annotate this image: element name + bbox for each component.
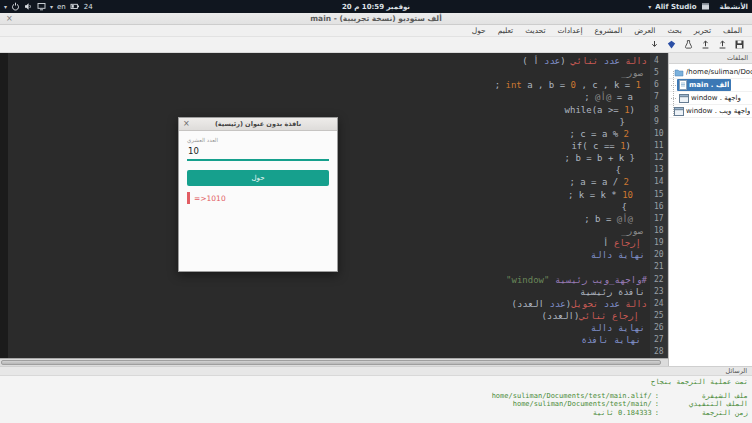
message-label: الملف التنفيذي [662, 400, 748, 408]
tree-item-label: window . واجهة [691, 94, 741, 102]
code-line-23: نافذة رئيسية [8, 286, 650, 298]
line-number-gutter: 4567891011121314151617181920212223242526… [650, 53, 668, 358]
compile-status-text: تمت عملية الترجمة بنجاح [4, 378, 748, 386]
system-tray: ▾ ▾ en 24 [4, 2, 93, 11]
top-panel: ▾ ▾ en 24 20 نوفمبر 10:59 م ▾ Alif Studi… [0, 0, 752, 13]
messages-panel-header: الرسائل [0, 366, 752, 376]
app-menu-button[interactable]: Alif Studio [655, 3, 696, 11]
message-value: /home/suliman/Documents/test/main.alif [4, 392, 652, 400]
line-number: 7 [650, 91, 667, 103]
window-icon [679, 94, 689, 103]
line-number: 25 [650, 310, 667, 322]
message-colon: : [652, 392, 662, 400]
battery-percentage: 24 [84, 3, 93, 11]
line-number: 15 [650, 189, 667, 201]
app-window-icon [701, 2, 710, 11]
line-number: 6 [650, 79, 667, 91]
line-number: 5 [650, 67, 667, 79]
arrow-down-icon[interactable] [648, 38, 661, 51]
menu-item-2[interactable]: بحث [661, 25, 687, 37]
file-tree: /home/suliman/Docmain . ألفwindow . واجه… [669, 64, 752, 366]
message-row-1: الملف التنفيذي:/home/suliman/Documents/t… [4, 400, 748, 408]
build-icon[interactable] [682, 38, 695, 51]
binary-output-text: =>1010 [194, 194, 226, 203]
line-number: 10 [650, 128, 667, 140]
decimal-number-input[interactable] [187, 146, 329, 161]
import-icon[interactable] [716, 38, 729, 51]
tree-item-1[interactable]: main . ألف [669, 79, 752, 92]
menubar: الملفتحريربحثالعرضالمشروعإعداداتتحديثتعل… [0, 25, 752, 37]
dialog-body: العدد العشري حول =>1010 [179, 131, 337, 210]
horizontal-scrollbar[interactable] [0, 358, 668, 366]
line-number: 27 [650, 334, 667, 346]
folder-icon [674, 68, 684, 77]
vertical-scrollbar[interactable] [0, 53, 8, 358]
menu-item-5[interactable]: إعدادات [552, 25, 589, 37]
line-number: 11 [650, 140, 667, 152]
display-icon[interactable] [37, 2, 46, 11]
chevron-down-icon: ▾ [648, 3, 651, 10]
window-icon [674, 107, 684, 116]
line-number: 24 [650, 298, 667, 310]
power-icon[interactable] [11, 2, 20, 11]
message-label: زمن الترجمة [662, 409, 748, 417]
line-number: 20 [650, 249, 667, 261]
line-number: 19 [650, 237, 667, 249]
toolbar [0, 37, 752, 53]
dialog-window: × نافذة بدون عنوان (رئيسية) العدد العشري… [178, 117, 338, 272]
keyboard-layout-indicator[interactable]: en [57, 3, 66, 11]
menu-item-4[interactable]: المشروع [589, 25, 629, 37]
dialog-titlebar[interactable]: × نافذة بدون عنوان (رئيسية) [179, 118, 337, 131]
line-number: 22 [650, 274, 667, 286]
line-number: 12 [650, 152, 667, 164]
code-line-24: دالة عدد تحويل(عدد العدد) [8, 298, 650, 310]
menu-item-3[interactable]: العرض [628, 25, 661, 37]
code-line-4: دالة عدد ثنائي (عدد أ ) [8, 55, 650, 67]
menu-item-7[interactable]: تعليم [492, 25, 519, 37]
window-title: main - ألف ستوديو (نسخة تجريبية) [310, 14, 441, 23]
code-line-28 [8, 346, 650, 358]
code-line-5: صور_ [8, 67, 650, 79]
menu-item-8[interactable]: حول [466, 25, 492, 37]
dialog-close-button[interactable]: × [183, 118, 190, 130]
save-icon[interactable] [733, 38, 746, 51]
code-line-7: a = @أ@ ; [8, 91, 650, 103]
tree-item-label: main . ألف [689, 81, 729, 89]
line-number: 8 [650, 104, 667, 116]
tree-item-label: /home/suliman/Doc [686, 68, 752, 76]
window-titlebar[interactable]: × main - ألف ستوديو (نسخة تجريبية) [0, 13, 752, 25]
tree-item-label: window . واجهة ويب [686, 107, 750, 115]
tree-connector [671, 85, 676, 86]
export-icon[interactable] [699, 38, 712, 51]
tree-item-3[interactable]: window . واجهة ويب [669, 105, 752, 118]
code-line-27: نهاية نافذة [8, 334, 650, 346]
convert-button[interactable]: حول [187, 170, 329, 186]
files-panel-header: الملفات [669, 53, 752, 64]
tree-item-2[interactable]: window . واجهة [669, 92, 752, 105]
dialog-title: نافذة بدون عنوان (رئيسية) [215, 120, 301, 128]
menu-item-1[interactable]: تحرير [688, 25, 717, 37]
menu-item-0[interactable]: الملف [717, 25, 748, 37]
file-icon [679, 80, 687, 90]
menu-item-6[interactable]: تحديث [519, 25, 551, 37]
chevron-down-icon[interactable]: ▾ [4, 3, 7, 10]
clock[interactable]: 20 نوفمبر 10:59 م [342, 3, 410, 11]
line-number: 23 [650, 286, 667, 298]
line-number: 17 [650, 213, 667, 225]
messages-panel: تمت عملية الترجمة بنجاح ملف الشيفرة:/hom… [0, 376, 752, 423]
run-icon[interactable] [665, 38, 678, 51]
scrollbar-thumb[interactable] [1, 360, 661, 365]
window-close-button[interactable]: × [6, 13, 13, 24]
message-value: 0.184333 ثانية [4, 409, 652, 417]
line-number: 18 [650, 225, 667, 237]
volume-icon[interactable] [24, 2, 33, 11]
message-colon: : [652, 409, 662, 417]
tree-item-0[interactable]: /home/suliman/Doc [669, 66, 752, 79]
output-row: =>1010 [187, 192, 329, 204]
activities-button[interactable]: الأنشطة [720, 3, 748, 11]
decimal-number-label: العدد العشري [187, 137, 329, 143]
main-area: دالة عدد ثنائي (عدد أ )صور_int a , b = 0… [0, 53, 752, 366]
line-number: 16 [650, 201, 667, 213]
message-row-0: ملف الشيفرة:/home/suliman/Documents/test… [4, 392, 748, 400]
line-number: 13 [650, 164, 667, 176]
